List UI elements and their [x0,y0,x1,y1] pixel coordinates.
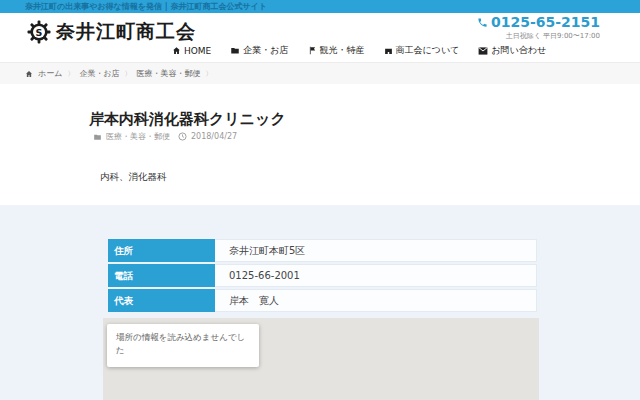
category-folder-icon [93,133,102,141]
info-table: 住所 奈井江町本町5区 電話 0125-66-2001 代表 岸本 寛人 [108,239,537,314]
breadcrumb-companies[interactable]: 企業・お店 [79,68,119,79]
row-value: 奈井江町本町5区 [215,239,537,262]
nav-label: HOME [184,46,211,56]
row-label: 住所 [108,239,215,262]
flag-icon [308,46,317,55]
table-row-representative: 代表 岸本 寛人 [108,289,537,312]
map-canvas[interactable]: 場所の情報を読み込めませんでした [103,318,539,400]
nav-label: 企業・お店 [243,44,288,57]
svg-text:S: S [36,27,43,38]
gear-logo-icon: S [27,20,51,44]
phone-hours: 土日祝除く 平日9:00〜17:00 [477,31,600,41]
nav-label: お問い合わせ [491,44,546,57]
row-value: 0125-66-2001 [215,264,537,287]
map-error-popup: 場所の情報を読み込めませんでした [107,324,259,367]
nav-item-about[interactable]: 商工会について [384,44,460,57]
nav-item-home[interactable]: HOME [172,44,211,57]
detail-section: 住所 奈井江町本町5区 電話 0125-66-2001 代表 岸本 寛人 場所の… [0,205,640,400]
mail-icon [478,47,488,55]
breadcrumb-category[interactable]: 医療・美容・郵便 [137,68,201,79]
breadcrumb-separator: 〉 [67,69,74,79]
header-phone-block: 0125-65-2151 土日祝除く 平日9:00〜17:00 [477,14,600,41]
folder-icon [230,46,240,55]
map-error-text: 場所の情報を読み込めませんでした [116,332,245,355]
nav-item-contact[interactable]: お問い合わせ [478,44,546,57]
row-label: 電話 [108,264,215,287]
page: 奈井江町の出来事やお得な情報を発信 | 奈井江町商工会公式サイト [0,0,640,400]
main-nav: HOME 企業・お店 観光・特産 商工会について [172,44,546,57]
page-title: 岸本内科消化器科クリニック [89,110,286,129]
phone-icon [477,17,488,28]
article-description: 内科、消化器科 [100,171,167,184]
table-row-address: 住所 奈井江町本町5区 [108,239,537,262]
site-tagline: 奈井江町の出来事やお得な情報を発信 | 奈井江町商工会公式サイト [25,2,267,11]
row-value: 岸本 寛人 [215,289,537,312]
phone-number-text: 0125-65-2151 [491,14,600,30]
building-icon [384,46,393,55]
nav-label: 商工会について [396,44,460,57]
article-meta: 医療・美容・郵便 2018/04/27 [93,131,237,142]
breadcrumb: ホーム 〉 企業・お店 〉 医療・美容・郵便 〉 [0,62,640,84]
clock-icon [178,132,187,141]
table-row-phone: 電話 0125-66-2001 [108,264,537,287]
article-category[interactable]: 医療・美容・郵便 [106,131,170,142]
nav-label: 観光・特産 [320,44,365,57]
home-icon [172,46,181,55]
site-logo[interactable]: S 奈井江町商工会 [27,19,196,45]
breadcrumb-home-icon [25,70,33,78]
topbar: 奈井江町の出来事やお得な情報を発信 | 奈井江町商工会公式サイト [0,0,640,13]
breadcrumb-home[interactable]: ホーム [38,68,62,79]
site-header: S 奈井江町商工会 0125-65-2151 土日祝除く 平日9:00〜17:0… [0,13,640,62]
nav-item-tourism[interactable]: 観光・特産 [308,44,365,57]
breadcrumb-separator: 〉 [206,69,213,79]
breadcrumb-separator: 〉 [125,69,132,79]
site-title[interactable]: 奈井江町商工会 [56,19,196,45]
article-date: 2018/04/27 [191,132,237,141]
phone-number[interactable]: 0125-65-2151 [477,14,600,30]
nav-item-companies[interactable]: 企業・お店 [230,44,288,57]
row-label: 代表 [108,289,215,312]
